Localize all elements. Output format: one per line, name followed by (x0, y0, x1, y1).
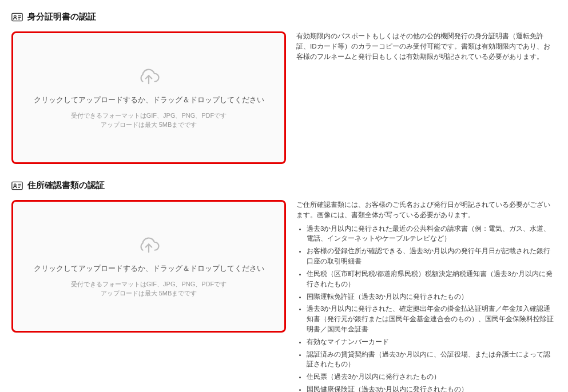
upload-main-text: クリックしてアップロードするか、ドラッグ＆ドロップしてください (34, 95, 264, 105)
list-item: 住民票（過去3か月以内に発行されたもの） (307, 372, 557, 382)
id-row: クリックしてアップロードするか、ドラッグ＆ドロップしてください 受付できるフォー… (11, 31, 557, 164)
section-header: 身分証明書の認証 (11, 11, 557, 22)
list-item: 国際運転免許証（過去3か月以内に発行されたもの） (307, 292, 557, 302)
id-verification-section: 身分証明書の認証 クリックしてアップロードするか、ドラッグ＆ドロップしてください… (11, 11, 557, 164)
addr-row: クリックしてアップロードするか、ドラッグ＆ドロップしてください 受付できるフォー… (11, 200, 557, 392)
list-item: 過去3か月以内に発行された、確定拠出年金の掛金払込証明書／年金加入確認通知書（発… (307, 304, 557, 334)
id-card-icon (11, 13, 23, 22)
list-item: 認証済みの賃貸契約書（過去3か月以内に、公証役場、または弁護士によって認証された… (307, 350, 557, 370)
address-upload-dropzone[interactable]: クリックしてアップロードするか、ドラッグ＆ドロップしてください 受付できるフォー… (11, 200, 286, 333)
cloud-upload-icon (137, 235, 161, 255)
svg-point-7 (14, 183, 16, 186)
upload-sub-text: 受付できるフォーマットはGIF、JPG、PNG、PDFです アップロードは最大 … (71, 111, 227, 130)
upload-main-text: クリックしてアップロードするか、ドラッグ＆ドロップしてください (34, 263, 264, 274)
list-item: 有効なマイナンバーカード (307, 337, 557, 347)
upload-sub-text: 受付できるフォーマットはGIF、JPG、PNG、PDFです アップロードは最大 … (71, 279, 227, 298)
addr-info-text: ご住所確認書類には、お客様のご氏名および発行日が明記されている必要がございます。… (296, 200, 557, 392)
section-header: 住所確認書類の認証 (11, 180, 557, 191)
id-info-text: 有効期限内のパスポートもしくはその他の公的機関発行の身分証明書（運転免許証、ID… (296, 31, 557, 62)
section-title: 身分証明書の認証 (27, 11, 96, 22)
list-item: 住民税（区市町村民税/都道府県民税）税額決定納税通知書（過去3か月以内に発行され… (307, 269, 557, 290)
address-verification-section: 住所確認書類の認証 クリックしてアップロードするか、ドラッグ＆ドロップしてくださ… (11, 180, 557, 392)
addr-intro: ご住所確認書類には、お客様のご氏名および発行日が明記されている必要がございます。… (296, 200, 557, 221)
id-card-icon (11, 181, 23, 190)
list-item: 過去3か月以内に発行された最近の公共料金の請求書（例：電気、ガス、水道、電話、イ… (307, 224, 557, 245)
section-title: 住所確認書類の認証 (27, 180, 105, 191)
cloud-upload-icon (137, 66, 161, 87)
list-item: 国民健康保険証（過去3か月以内に発行されたもの） (307, 385, 557, 392)
svg-point-1 (14, 15, 16, 17)
list-item: お客様の登録住所が確認できる、過去3か月以内の発行年月日が記載された銀行口座の取… (307, 246, 557, 267)
addr-doc-list: 過去3か月以内に発行された最近の公共料金の請求書（例：電気、ガス、水道、電話、イ… (296, 224, 557, 392)
id-upload-dropzone[interactable]: クリックしてアップロードするか、ドラッグ＆ドロップしてください 受付できるフォー… (11, 31, 286, 164)
